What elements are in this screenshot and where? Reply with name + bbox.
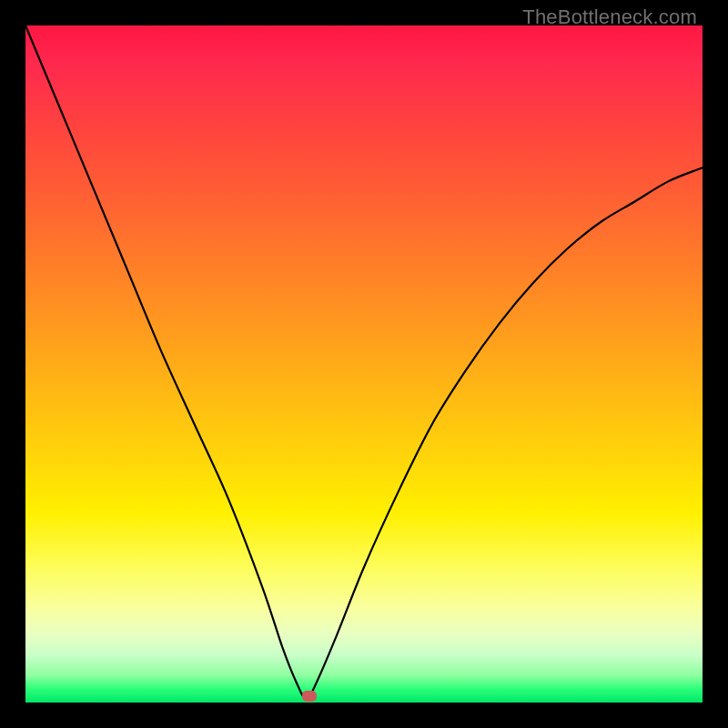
chart-frame (25, 25, 703, 703)
bottleneck-curve (25, 25, 703, 703)
curve-path (25, 25, 703, 699)
optimum-marker (302, 691, 317, 702)
